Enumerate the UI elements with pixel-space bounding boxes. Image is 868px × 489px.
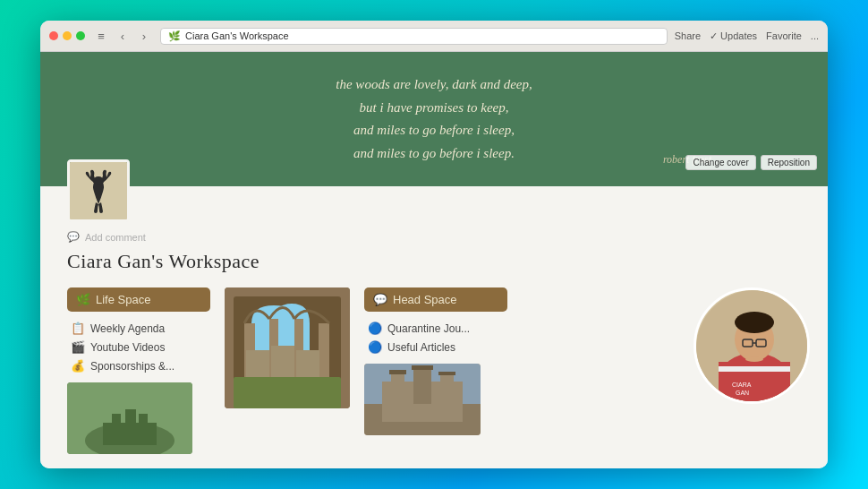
head-space-emoji: 💬 (373, 293, 387, 306)
browser-nav: ≡ ‹ › (92, 27, 153, 45)
weekly-agenda-label: Weekly Agenda (90, 322, 165, 335)
traffic-lights (49, 31, 85, 40)
life-space-emoji: 🌿 (76, 293, 90, 306)
svg-point-0 (93, 176, 104, 185)
favicon-icon: 🌿 (168, 30, 181, 42)
url-text: Ciara Gan's Workspace (185, 30, 289, 41)
hamburger-icon[interactable]: ≡ (92, 27, 110, 45)
poem-line-3: and miles to go before i sleep, (336, 119, 532, 142)
browser-window: ≡ ‹ › 🌿 Ciara Gan's Workspace Share ✓ Up… (40, 21, 828, 468)
svg-rect-28 (391, 373, 404, 404)
svg-rect-3 (103, 423, 157, 445)
address-bar[interactable]: 🌿 Ciara Gan's Workspace (160, 28, 668, 45)
poem-line-1: the woods are lovely, dark and deep, (336, 73, 532, 97)
share-button[interactable]: Share (675, 30, 701, 41)
svg-point-39 (735, 312, 774, 333)
updates-button[interactable]: ✓ Updates (710, 30, 757, 42)
person-container: CIARA GAN (694, 287, 810, 404)
svg-rect-5 (139, 414, 148, 427)
avatar (67, 159, 130, 222)
cards-grid: 🌿 Life Space 📋 Weekly Agenda 🎬 Youtube V… (40, 287, 828, 454)
articles-emoji: 🔵 (368, 340, 382, 354)
svg-text:GAN: GAN (736, 390, 749, 396)
page-content: the woods are lovely, dark and deep, but… (40, 52, 828, 468)
titlebar: ≡ ‹ › 🌿 Ciara Gan's Workspace Share ✓ Up… (40, 21, 828, 51)
forward-button[interactable]: › (135, 27, 153, 45)
svg-rect-32 (412, 365, 433, 370)
youtube-label: Youtube Videos (90, 341, 165, 354)
maximize-button[interactable] (76, 31, 85, 40)
workspace-title: Ciara Gan's Workspace (67, 250, 801, 273)
cover-poem: the woods are lovely, dark and deep, but… (336, 73, 532, 165)
quarantine-emoji: 🔵 (368, 322, 382, 335)
svg-rect-6 (125, 409, 136, 425)
weekly-agenda-item[interactable]: 📋 Weekly Agenda (67, 319, 210, 338)
youtube-videos-item[interactable]: 🎬 Youtube Videos (67, 338, 210, 356)
sponsorships-emoji: 💰 (71, 359, 85, 373)
sponsorships-label: Sponsorships &... (90, 360, 174, 373)
small-thumbnail-head (364, 364, 481, 435)
svg-rect-16 (234, 377, 341, 408)
minimize-button[interactable] (63, 31, 72, 40)
arch-photo (225, 287, 350, 408)
head-space-column: 💬 Head Space 🔵 Quarantine Jou... 🔵 Usefu… (364, 287, 507, 435)
person-avatar: CIARA GAN (694, 287, 810, 404)
poem-line-2: but i have promises to keep, (336, 97, 532, 120)
more-options-button[interactable]: ... (811, 30, 819, 41)
avatar-deer-silhouette (70, 162, 127, 219)
svg-rect-33 (438, 372, 455, 375)
close-button[interactable] (49, 31, 58, 40)
life-space-header[interactable]: 🌿 Life Space (67, 287, 210, 312)
youtube-emoji: 🎬 (71, 340, 85, 354)
useful-articles-item[interactable]: 🔵 Useful Articles (364, 338, 507, 356)
add-comment-text[interactable]: Add comment (85, 232, 146, 243)
svg-point-43 (745, 356, 763, 362)
svg-rect-37 (719, 366, 790, 372)
browser-chrome: ≡ ‹ › 🌿 Ciara Gan's Workspace Share ✓ Up… (40, 21, 828, 52)
svg-text:CIARA: CIARA (732, 382, 752, 388)
life-space-label: Life Space (96, 293, 150, 306)
quarantine-journal-item[interactable]: 🔵 Quarantine Jou... (364, 319, 507, 338)
articles-label: Useful Articles (387, 341, 455, 354)
life-space-column: 🌿 Life Space 📋 Weekly Agenda 🎬 Youtube V… (67, 287, 210, 454)
profile-section (40, 159, 828, 222)
quarantine-label: Quarantine Jou... (387, 322, 470, 335)
comment-icon: 💬 (67, 231, 80, 243)
head-space-header[interactable]: 💬 Head Space (364, 287, 507, 312)
svg-rect-31 (389, 370, 406, 374)
svg-rect-4 (112, 414, 121, 427)
weekly-agenda-emoji: 📋 (71, 322, 85, 335)
svg-rect-29 (413, 368, 431, 404)
svg-rect-30 (440, 374, 454, 401)
comment-section: 💬 Add comment (67, 231, 801, 243)
head-space-label: Head Space (393, 293, 457, 306)
small-thumbnail-life (67, 382, 192, 454)
sponsorships-item[interactable]: 💰 Sponsorships &... (67, 356, 210, 375)
favorite-button[interactable]: Favorite (766, 30, 802, 41)
back-button[interactable]: ‹ (114, 27, 132, 45)
